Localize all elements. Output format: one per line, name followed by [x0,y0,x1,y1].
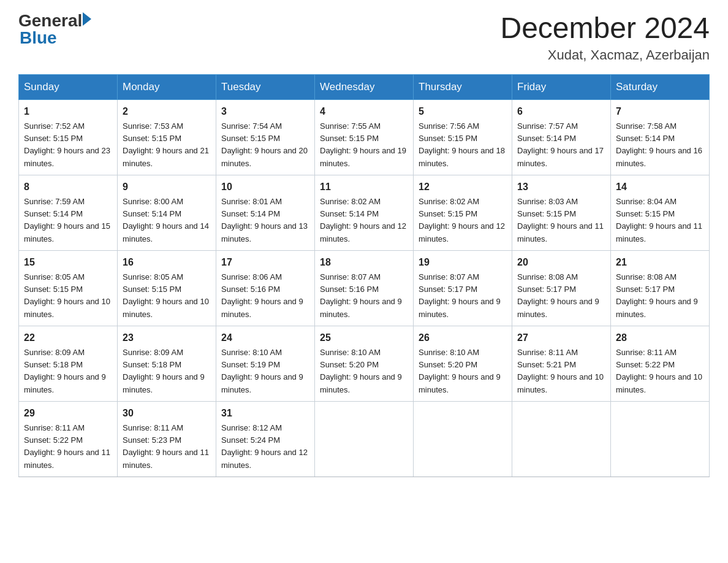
day-number: 12 [419,180,507,194]
day-number: 7 [616,104,704,119]
day-number: 17 [221,255,309,270]
calendar-cell: 9Sunrise: 8:00 AMSunset: 5:14 PMDaylight… [118,175,216,250]
day-number: 20 [517,255,605,270]
day-number: 16 [123,255,211,270]
day-number: 21 [616,255,704,270]
day-info: Sunrise: 8:12 AMSunset: 5:24 PMDaylight:… [221,423,308,470]
day-info: Sunrise: 7:53 AMSunset: 5:15 PMDaylight:… [123,121,209,168]
day-info: Sunrise: 8:03 AMSunset: 5:15 PMDaylight:… [517,197,604,243]
logo-blue-text: Blue [20,29,57,47]
calendar-cell: 17Sunrise: 8:06 AMSunset: 5:16 PMDayligh… [216,250,315,326]
calendar-cell: 7Sunrise: 7:58 AMSunset: 5:14 PMDaylight… [611,99,710,175]
logo-triangle-icon [83,12,91,26]
calendar-table: SundayMondayTuesdayWednesdayThursdayFrid… [18,74,710,477]
day-number: 13 [517,180,605,194]
day-number: 30 [123,406,211,421]
day-info: Sunrise: 7:57 AMSunset: 5:14 PMDaylight:… [517,121,604,168]
calendar-cell: 31Sunrise: 8:12 AMSunset: 5:24 PMDayligh… [216,401,315,477]
calendar-cell: 20Sunrise: 8:08 AMSunset: 5:17 PMDayligh… [512,250,611,326]
calendar-cell: 15Sunrise: 8:05 AMSunset: 5:15 PMDayligh… [19,250,118,326]
calendar-week-5: 29Sunrise: 8:11 AMSunset: 5:22 PMDayligh… [19,401,710,477]
calendar-cell: 27Sunrise: 8:11 AMSunset: 5:21 PMDayligh… [512,326,611,401]
calendar-cell: 21Sunrise: 8:08 AMSunset: 5:17 PMDayligh… [611,250,710,326]
weekday-header-monday: Monday [118,74,216,99]
day-number: 10 [221,180,309,194]
day-info: Sunrise: 8:10 AMSunset: 5:20 PMDaylight:… [419,348,501,394]
day-info: Sunrise: 8:09 AMSunset: 5:18 PMDaylight:… [123,348,205,394]
calendar-cell [414,401,512,477]
calendar-cell: 5Sunrise: 7:56 AMSunset: 5:15 PMDaylight… [414,99,512,175]
calendar-week-3: 15Sunrise: 8:05 AMSunset: 5:15 PMDayligh… [19,250,710,326]
day-number: 2 [123,104,211,119]
calendar-cell: 10Sunrise: 8:01 AMSunset: 5:14 PMDayligh… [216,175,315,250]
day-info: Sunrise: 8:11 AMSunset: 5:21 PMDaylight:… [517,348,604,394]
calendar-cell [611,401,710,477]
day-number: 14 [616,180,704,194]
weekday-header-tuesday: Tuesday [216,74,315,99]
day-info: Sunrise: 8:11 AMSunset: 5:22 PMDaylight:… [616,348,702,394]
day-info: Sunrise: 8:06 AMSunset: 5:16 PMDaylight:… [221,272,303,319]
day-number: 3 [221,104,309,119]
calendar-cell: 13Sunrise: 8:03 AMSunset: 5:15 PMDayligh… [512,175,611,250]
title-block: December 2024 Xudat, Xacmaz, Azerbaijan [500,12,710,63]
day-info: Sunrise: 8:11 AMSunset: 5:23 PMDaylight:… [123,423,209,470]
calendar-week-1: 1Sunrise: 7:52 AMSunset: 5:15 PMDaylight… [19,99,710,175]
day-info: Sunrise: 8:05 AMSunset: 5:15 PMDaylight:… [24,272,110,319]
logo: General Blue [18,12,91,47]
day-info: Sunrise: 7:54 AMSunset: 5:15 PMDaylight:… [221,121,308,168]
day-info: Sunrise: 8:10 AMSunset: 5:19 PMDaylight:… [221,348,303,394]
calendar-week-2: 8Sunrise: 7:59 AMSunset: 5:14 PMDaylight… [19,175,710,250]
day-info: Sunrise: 8:02 AMSunset: 5:15 PMDaylight:… [419,197,505,243]
calendar-cell: 26Sunrise: 8:10 AMSunset: 5:20 PMDayligh… [414,326,512,401]
day-number: 25 [320,331,408,345]
calendar-cell: 16Sunrise: 8:05 AMSunset: 5:15 PMDayligh… [118,250,216,326]
calendar-cell: 22Sunrise: 8:09 AMSunset: 5:18 PMDayligh… [19,326,118,401]
calendar-cell: 2Sunrise: 7:53 AMSunset: 5:15 PMDaylight… [118,99,216,175]
day-info: Sunrise: 8:08 AMSunset: 5:17 PMDaylight:… [616,272,698,319]
day-number: 24 [221,331,309,345]
day-info: Sunrise: 8:01 AMSunset: 5:14 PMDaylight:… [221,197,308,243]
day-number: 8 [24,180,112,194]
day-info: Sunrise: 8:00 AMSunset: 5:14 PMDaylight:… [123,197,209,243]
calendar-cell: 12Sunrise: 8:02 AMSunset: 5:15 PMDayligh… [414,175,512,250]
day-info: Sunrise: 7:56 AMSunset: 5:15 PMDaylight:… [419,121,505,168]
day-number: 31 [221,406,309,421]
day-info: Sunrise: 8:02 AMSunset: 5:14 PMDaylight:… [320,197,406,243]
day-number: 28 [616,331,704,345]
day-number: 29 [24,406,112,421]
day-number: 5 [419,104,507,119]
day-number: 22 [24,331,112,345]
day-info: Sunrise: 8:07 AMSunset: 5:17 PMDaylight:… [419,272,501,319]
day-info: Sunrise: 8:04 AMSunset: 5:15 PMDaylight:… [616,197,702,243]
calendar-cell [512,401,611,477]
calendar-cell: 8Sunrise: 7:59 AMSunset: 5:14 PMDaylight… [19,175,118,250]
day-number: 27 [517,331,605,345]
day-number: 18 [320,255,408,270]
day-info: Sunrise: 7:52 AMSunset: 5:15 PMDaylight:… [24,121,110,168]
day-info: Sunrise: 7:55 AMSunset: 5:15 PMDaylight:… [320,121,406,168]
calendar-week-4: 22Sunrise: 8:09 AMSunset: 5:18 PMDayligh… [19,326,710,401]
calendar-cell: 30Sunrise: 8:11 AMSunset: 5:23 PMDayligh… [118,401,216,477]
calendar-cell: 3Sunrise: 7:54 AMSunset: 5:15 PMDaylight… [216,99,315,175]
calendar-cell: 25Sunrise: 8:10 AMSunset: 5:20 PMDayligh… [315,326,414,401]
day-number: 11 [320,180,408,194]
calendar-cell: 1Sunrise: 7:52 AMSunset: 5:15 PMDaylight… [19,99,118,175]
calendar-cell: 4Sunrise: 7:55 AMSunset: 5:15 PMDaylight… [315,99,414,175]
calendar-cell: 19Sunrise: 8:07 AMSunset: 5:17 PMDayligh… [414,250,512,326]
day-info: Sunrise: 8:09 AMSunset: 5:18 PMDaylight:… [24,348,106,394]
day-info: Sunrise: 7:59 AMSunset: 5:14 PMDaylight:… [24,197,110,243]
day-number: 19 [419,255,507,270]
day-number: 1 [24,104,112,119]
calendar-cell [315,401,414,477]
calendar-cell: 28Sunrise: 8:11 AMSunset: 5:22 PMDayligh… [611,326,710,401]
weekday-header-row: SundayMondayTuesdayWednesdayThursdayFrid… [19,74,710,99]
calendar-cell: 6Sunrise: 7:57 AMSunset: 5:14 PMDaylight… [512,99,611,175]
day-number: 6 [517,104,605,119]
calendar-cell: 18Sunrise: 8:07 AMSunset: 5:16 PMDayligh… [315,250,414,326]
day-info: Sunrise: 8:08 AMSunset: 5:17 PMDaylight:… [517,272,599,319]
day-number: 9 [123,180,211,194]
day-number: 23 [123,331,211,345]
logo-general-text: General [18,12,82,29]
day-number: 26 [419,331,507,345]
month-title: December 2024 [500,12,710,45]
